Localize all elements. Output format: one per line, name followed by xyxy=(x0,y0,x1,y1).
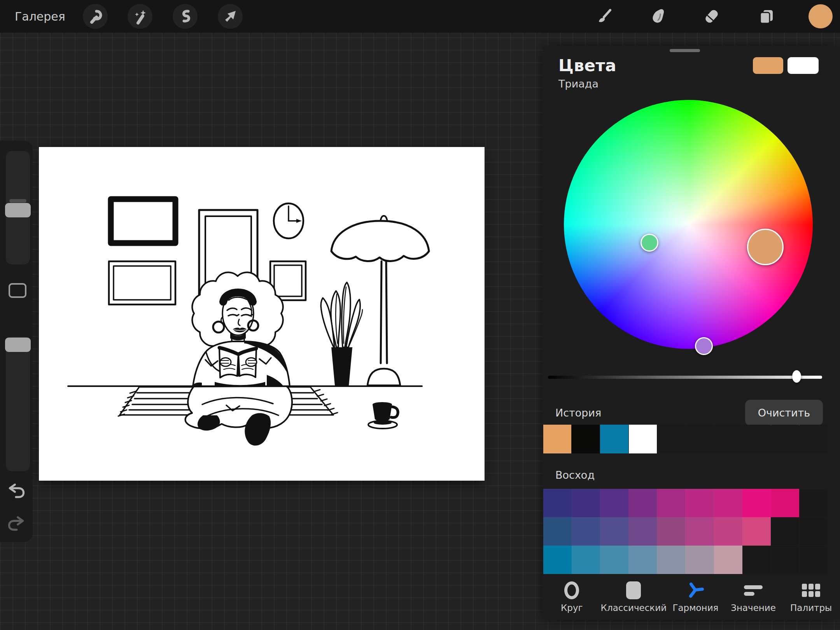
palette-swatch[interactable] xyxy=(628,546,657,574)
selection-s-icon xyxy=(177,8,194,25)
sidebar-controls xyxy=(0,141,33,542)
palette-swatch[interactable] xyxy=(572,517,600,546)
palette-swatch[interactable] xyxy=(543,489,572,517)
colors-panel: Цвета Триада История Очистить Восход xyxy=(543,46,840,620)
history-swatch-empty[interactable] xyxy=(686,425,714,453)
adjustments-button[interactable] xyxy=(128,4,152,29)
palette-swatch[interactable] xyxy=(714,546,742,574)
color-harmony-wheel[interactable] xyxy=(564,100,813,349)
paint-tool-button[interactable] xyxy=(592,4,616,29)
actions-wrench-button[interactable] xyxy=(83,4,108,29)
palette-swatch-empty[interactable] xyxy=(771,517,799,546)
palette-swatch[interactable] xyxy=(600,489,628,517)
palette-row xyxy=(543,517,828,546)
smudge-tool-button[interactable] xyxy=(646,4,670,29)
palette-swatch[interactable] xyxy=(657,546,685,574)
artwork-canvas[interactable] xyxy=(39,147,485,481)
palette-swatch[interactable] xyxy=(657,489,685,517)
palette-swatch[interactable] xyxy=(543,546,572,574)
redo-button[interactable] xyxy=(5,513,27,534)
line-art-illustration xyxy=(39,147,485,481)
selection-button[interactable] xyxy=(173,4,198,29)
gallery-button[interactable]: Галерея xyxy=(15,0,65,33)
history-swatch-empty[interactable] xyxy=(657,425,685,453)
palette-swatch-empty[interactable] xyxy=(799,546,828,574)
brush-size-notch xyxy=(9,199,26,203)
palette-row xyxy=(543,489,828,517)
woman-reading xyxy=(186,272,292,446)
panel-drag-handle[interactable] xyxy=(670,49,700,52)
palette-swatch[interactable] xyxy=(600,517,628,546)
disc-icon xyxy=(564,581,579,599)
primary-color-swatch[interactable] xyxy=(753,57,783,74)
palette-swatch[interactable] xyxy=(685,546,714,574)
opacity-slider[interactable] xyxy=(6,337,30,471)
palette-swatch[interactable] xyxy=(628,517,657,546)
classic-icon xyxy=(626,581,641,599)
palette-swatch[interactable] xyxy=(685,489,714,517)
history-swatch[interactable] xyxy=(600,425,628,453)
coffee-cup xyxy=(368,402,398,429)
tab-palettes[interactable]: Палитры xyxy=(782,575,840,620)
layers-button[interactable] xyxy=(754,4,779,29)
brush-icon xyxy=(595,7,613,26)
brightness-slider[interactable] xyxy=(548,376,822,379)
history-swatch-empty[interactable] xyxy=(800,425,828,453)
palette-swatch[interactable] xyxy=(771,489,799,517)
palette-swatch-empty[interactable] xyxy=(799,489,828,517)
tab-value[interactable]: Значение xyxy=(724,575,782,620)
palette-swatch-empty[interactable] xyxy=(771,546,799,574)
palette-swatch[interactable] xyxy=(572,489,600,517)
palette-swatch[interactable] xyxy=(714,517,742,546)
tab-classic[interactable]: Классический xyxy=(601,575,667,620)
active-color-button[interactable] xyxy=(808,4,833,28)
harmony-mode-label[interactable]: Триада xyxy=(558,78,598,90)
thick-frame xyxy=(111,199,175,243)
tab-disc[interactable]: Круг xyxy=(543,575,601,620)
palette-row xyxy=(543,546,828,574)
palette-swatch[interactable] xyxy=(628,489,657,517)
opacity-handle[interactable] xyxy=(5,338,31,352)
history-swatch-empty[interactable] xyxy=(771,425,799,453)
triad-selector-purple[interactable] xyxy=(695,337,713,355)
layers-icon xyxy=(757,7,776,26)
palette-swatch-empty[interactable] xyxy=(742,546,771,574)
panel-title: Цвета xyxy=(558,56,616,75)
magic-wand-icon xyxy=(131,8,149,25)
palette-swatch[interactable] xyxy=(742,489,771,517)
transform-arrow-icon xyxy=(222,8,239,25)
wall-clock xyxy=(274,203,303,238)
transform-button[interactable] xyxy=(218,4,243,29)
secondary-color-swatch[interactable] xyxy=(788,57,819,74)
palette-grid xyxy=(543,489,828,574)
brush-size-handle[interactable] xyxy=(5,203,31,217)
redo-icon xyxy=(6,513,26,534)
current-color-selector[interactable] xyxy=(747,229,784,265)
clear-history-button[interactable]: Очистить xyxy=(745,400,823,425)
tab-harmony[interactable]: Гармония xyxy=(667,575,724,620)
eraser-tool-button[interactable] xyxy=(699,4,724,29)
history-swatch[interactable] xyxy=(572,425,600,453)
undo-icon xyxy=(6,480,26,502)
history-label: История xyxy=(555,407,601,419)
harmony-icon xyxy=(685,579,705,601)
top-toolbar: Галерея xyxy=(0,0,840,33)
brightness-slider-thumb[interactable] xyxy=(792,370,801,383)
triad-selector-green[interactable] xyxy=(640,234,658,252)
palette-swatch[interactable] xyxy=(543,517,572,546)
undo-button[interactable] xyxy=(5,480,27,502)
palette-swatch[interactable] xyxy=(657,517,685,546)
history-swatch[interactable] xyxy=(543,425,571,453)
palette-swatch[interactable] xyxy=(600,546,628,574)
history-swatches xyxy=(543,425,828,453)
history-swatch[interactable] xyxy=(629,425,657,453)
palette-swatch[interactable] xyxy=(714,489,742,517)
palette-swatch-empty[interactable] xyxy=(799,517,828,546)
eraser-icon xyxy=(702,7,721,26)
history-swatch-empty[interactable] xyxy=(742,425,770,453)
history-swatch-empty[interactable] xyxy=(714,425,742,453)
palette-swatch[interactable] xyxy=(572,546,600,574)
modify-button[interactable] xyxy=(9,283,26,298)
palette-swatch[interactable] xyxy=(742,517,771,546)
palette-swatch[interactable] xyxy=(685,517,714,546)
